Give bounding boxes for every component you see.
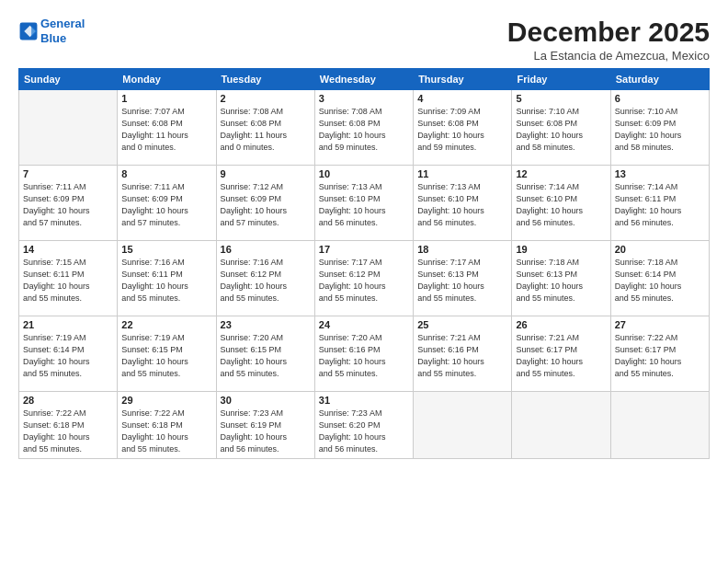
day-info: Sunrise: 7:19 AM Sunset: 6:15 PM Dayligh… (121, 332, 211, 380)
calendar-cell: 22Sunrise: 7:19 AM Sunset: 6:15 PM Dayli… (118, 316, 216, 392)
day-info: Sunrise: 7:16 AM Sunset: 6:12 PM Dayligh… (221, 257, 311, 304)
day-info: Sunrise: 7:16 AM Sunset: 6:11 PM Dayligh… (121, 257, 211, 304)
calendar-cell (414, 392, 512, 459)
day-info: Sunrise: 7:07 AM Sunset: 6:08 PM Dayligh… (121, 106, 211, 154)
day-number: 11 (417, 168, 507, 179)
day-info: Sunrise: 7:21 AM Sunset: 6:17 PM Dayligh… (516, 332, 606, 380)
calendar-cell: 24Sunrise: 7:20 AM Sunset: 6:16 PM Dayli… (314, 316, 413, 392)
calendar-cell: 9Sunrise: 7:12 AM Sunset: 6:09 PM Daylig… (216, 166, 314, 241)
day-number: 19 (516, 244, 606, 255)
calendar-cell: 1Sunrise: 7:07 AM Sunset: 6:08 PM Daylig… (118, 90, 216, 166)
day-info: Sunrise: 7:21 AM Sunset: 6:16 PM Dayligh… (417, 332, 507, 380)
day-number: 18 (417, 244, 507, 255)
day-info: Sunrise: 7:13 AM Sunset: 6:10 PM Dayligh… (417, 181, 507, 229)
day-info: Sunrise: 7:10 AM Sunset: 6:09 PM Dayligh… (615, 106, 705, 154)
day-info: Sunrise: 7:23 AM Sunset: 6:20 PM Dayligh… (319, 408, 409, 455)
weekday-header-friday: Friday (512, 69, 610, 90)
header: General Blue December 2025 La Estancia d… (18, 17, 710, 63)
day-number: 6 (615, 93, 705, 104)
day-info: Sunrise: 7:20 AM Sunset: 6:16 PM Dayligh… (319, 332, 409, 380)
calendar-cell: 28Sunrise: 7:22 AM Sunset: 6:18 PM Dayli… (19, 392, 118, 459)
day-info: Sunrise: 7:17 AM Sunset: 6:13 PM Dayligh… (417, 257, 507, 304)
calendar-cell: 6Sunrise: 7:10 AM Sunset: 6:09 PM Daylig… (610, 90, 709, 166)
calendar-cell: 20Sunrise: 7:18 AM Sunset: 6:14 PM Dayli… (610, 241, 709, 316)
day-info: Sunrise: 7:17 AM Sunset: 6:12 PM Dayligh… (319, 257, 409, 304)
weekday-header-wednesday: Wednesday (314, 69, 413, 90)
week-row-3: 14Sunrise: 7:15 AM Sunset: 6:11 PM Dayli… (19, 241, 710, 316)
calendar-cell: 26Sunrise: 7:21 AM Sunset: 6:17 PM Dayli… (512, 316, 610, 392)
calendar-cell: 4Sunrise: 7:09 AM Sunset: 6:08 PM Daylig… (414, 90, 512, 166)
day-number: 5 (516, 93, 606, 104)
logo-icon (18, 21, 39, 41)
calendar-cell: 27Sunrise: 7:22 AM Sunset: 6:17 PM Dayli… (610, 316, 709, 392)
title-block: December 2025 La Estancia de Amezcua, Me… (507, 17, 710, 63)
day-number: 25 (417, 319, 507, 330)
day-info: Sunrise: 7:18 AM Sunset: 6:14 PM Dayligh… (615, 257, 705, 304)
logo-text: General Blue (40, 17, 85, 45)
day-number: 27 (615, 319, 705, 330)
day-number: 22 (121, 319, 211, 330)
day-number: 15 (121, 244, 211, 255)
calendar-cell: 3Sunrise: 7:08 AM Sunset: 6:08 PM Daylig… (314, 90, 413, 166)
day-number: 23 (221, 319, 311, 330)
week-row-1: 1Sunrise: 7:07 AM Sunset: 6:08 PM Daylig… (19, 90, 710, 166)
day-number: 28 (23, 395, 113, 406)
month-title: December 2025 (507, 17, 710, 47)
day-number: 31 (319, 395, 409, 406)
day-info: Sunrise: 7:19 AM Sunset: 6:14 PM Dayligh… (23, 332, 113, 380)
day-number: 4 (417, 93, 507, 104)
weekday-header-sunday: Sunday (19, 69, 118, 90)
logo: General Blue (18, 17, 85, 45)
day-info: Sunrise: 7:09 AM Sunset: 6:08 PM Dayligh… (417, 106, 507, 154)
weekday-header-saturday: Saturday (610, 69, 709, 90)
calendar-cell: 12Sunrise: 7:14 AM Sunset: 6:10 PM Dayli… (512, 166, 610, 241)
logo-line1: General (40, 17, 85, 30)
calendar-cell (19, 90, 118, 166)
calendar-cell: 14Sunrise: 7:15 AM Sunset: 6:11 PM Dayli… (19, 241, 118, 316)
calendar-cell: 11Sunrise: 7:13 AM Sunset: 6:10 PM Dayli… (414, 166, 512, 241)
day-info: Sunrise: 7:13 AM Sunset: 6:10 PM Dayligh… (319, 181, 409, 229)
day-info: Sunrise: 7:22 AM Sunset: 6:18 PM Dayligh… (121, 408, 211, 455)
day-info: Sunrise: 7:23 AM Sunset: 6:19 PM Dayligh… (221, 408, 311, 455)
calendar-cell: 8Sunrise: 7:11 AM Sunset: 6:09 PM Daylig… (118, 166, 216, 241)
calendar-cell: 15Sunrise: 7:16 AM Sunset: 6:11 PM Dayli… (118, 241, 216, 316)
calendar-cell: 29Sunrise: 7:22 AM Sunset: 6:18 PM Dayli… (118, 392, 216, 459)
calendar-cell: 25Sunrise: 7:21 AM Sunset: 6:16 PM Dayli… (414, 316, 512, 392)
calendar-cell: 21Sunrise: 7:19 AM Sunset: 6:14 PM Dayli… (19, 316, 118, 392)
calendar-cell: 7Sunrise: 7:11 AM Sunset: 6:09 PM Daylig… (19, 166, 118, 241)
calendar-cell: 23Sunrise: 7:20 AM Sunset: 6:15 PM Dayli… (216, 316, 314, 392)
day-number: 3 (319, 93, 409, 104)
page: General Blue December 2025 La Estancia d… (0, 0, 728, 563)
day-number: 21 (23, 319, 113, 330)
weekday-header-thursday: Thursday (414, 69, 512, 90)
weekday-header-tuesday: Tuesday (216, 69, 314, 90)
day-number: 1 (121, 93, 211, 104)
day-info: Sunrise: 7:14 AM Sunset: 6:11 PM Dayligh… (615, 181, 705, 229)
day-info: Sunrise: 7:12 AM Sunset: 6:09 PM Dayligh… (221, 181, 311, 229)
week-row-2: 7Sunrise: 7:11 AM Sunset: 6:09 PM Daylig… (19, 166, 710, 241)
calendar-cell (512, 392, 610, 459)
calendar-cell: 31Sunrise: 7:23 AM Sunset: 6:20 PM Dayli… (314, 392, 413, 459)
calendar-cell: 19Sunrise: 7:18 AM Sunset: 6:13 PM Dayli… (512, 241, 610, 316)
calendar-cell: 13Sunrise: 7:14 AM Sunset: 6:11 PM Dayli… (610, 166, 709, 241)
day-number: 7 (23, 168, 113, 179)
day-info: Sunrise: 7:22 AM Sunset: 6:17 PM Dayligh… (615, 332, 705, 380)
day-number: 14 (23, 244, 113, 255)
day-number: 17 (319, 244, 409, 255)
calendar-cell: 2Sunrise: 7:08 AM Sunset: 6:08 PM Daylig… (216, 90, 314, 166)
day-info: Sunrise: 7:15 AM Sunset: 6:11 PM Dayligh… (23, 257, 113, 304)
day-info: Sunrise: 7:08 AM Sunset: 6:08 PM Dayligh… (319, 106, 409, 154)
week-row-4: 21Sunrise: 7:19 AM Sunset: 6:14 PM Dayli… (19, 316, 710, 392)
day-info: Sunrise: 7:10 AM Sunset: 6:08 PM Dayligh… (516, 106, 606, 154)
day-number: 30 (221, 395, 311, 406)
day-number: 20 (615, 244, 705, 255)
calendar-cell: 5Sunrise: 7:10 AM Sunset: 6:08 PM Daylig… (512, 90, 610, 166)
calendar-cell: 16Sunrise: 7:16 AM Sunset: 6:12 PM Dayli… (216, 241, 314, 316)
calendar-cell: 30Sunrise: 7:23 AM Sunset: 6:19 PM Dayli… (216, 392, 314, 459)
day-number: 9 (221, 168, 311, 179)
day-number: 8 (121, 168, 211, 179)
day-info: Sunrise: 7:14 AM Sunset: 6:10 PM Dayligh… (516, 181, 606, 229)
day-info: Sunrise: 7:18 AM Sunset: 6:13 PM Dayligh… (516, 257, 606, 304)
calendar-cell: 17Sunrise: 7:17 AM Sunset: 6:12 PM Dayli… (314, 241, 413, 316)
day-number: 16 (221, 244, 311, 255)
